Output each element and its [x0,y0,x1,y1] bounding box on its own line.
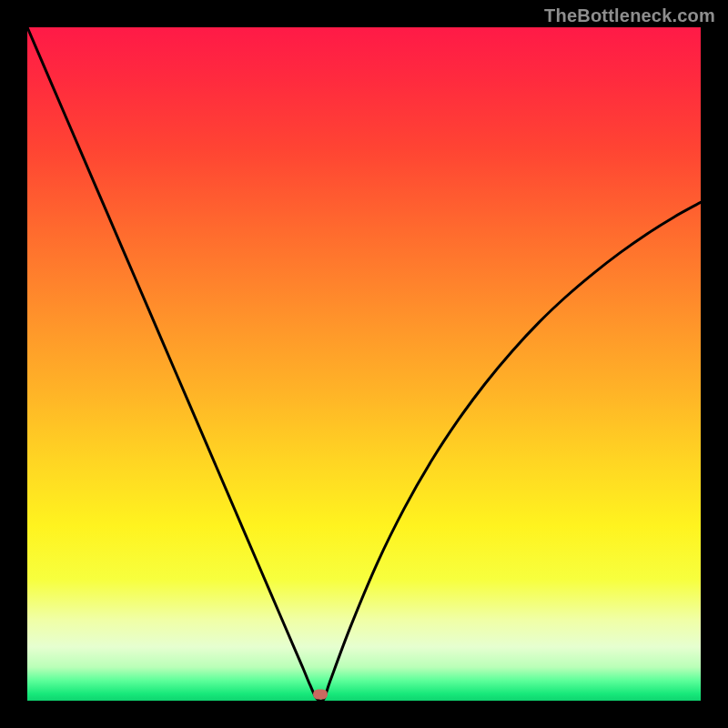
plot-area [27,27,701,701]
optimal-point-marker [313,689,328,699]
chart-frame: TheBottleneck.com [0,0,728,728]
watermark-text: TheBottleneck.com [544,5,715,26]
bottleneck-curve [27,27,701,701]
